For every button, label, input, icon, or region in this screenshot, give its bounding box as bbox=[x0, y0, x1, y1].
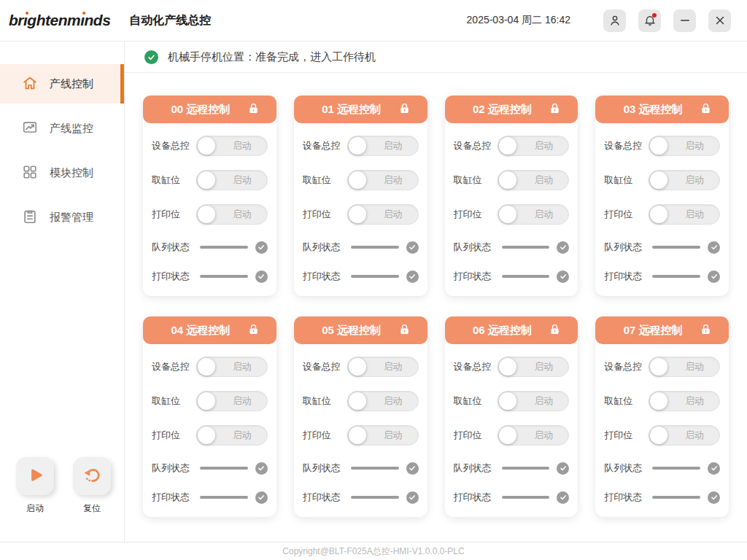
toggle-label: 启动 bbox=[217, 171, 267, 190]
row-label: 打印状态 bbox=[604, 491, 642, 504]
cylinder-pick-toggle[interactable]: 启动 bbox=[196, 391, 268, 411]
cylinder-pick-toggle[interactable]: 启动 bbox=[347, 170, 419, 190]
toggle-label: 启动 bbox=[217, 392, 267, 411]
print-status-row: 打印状态 bbox=[604, 270, 720, 283]
cylinder-pick-row: 取缸位 启动 bbox=[303, 391, 419, 411]
row-label: 设备总控 bbox=[454, 139, 492, 152]
status-line bbox=[502, 246, 550, 249]
cylinder-pick-toggle[interactable]: 启动 bbox=[649, 391, 720, 411]
cards-grid: 00 远程控制 设备总控 启动 取缸位 bbox=[125, 73, 747, 517]
cylinder-pick-toggle[interactable]: 启动 bbox=[498, 391, 569, 411]
cylinder-pick-row: 取缸位 启动 bbox=[303, 170, 419, 190]
cylinder-pick-row: 取缸位 启动 bbox=[604, 170, 720, 190]
device-master-row: 设备总控 启动 bbox=[303, 136, 419, 156]
reset-button[interactable] bbox=[73, 457, 111, 495]
device-master-toggle[interactable]: 启动 bbox=[196, 136, 268, 156]
card-body: 设备总控 启动 取缸位 启动 打印位 启动 bbox=[445, 123, 578, 296]
toggle-knob bbox=[198, 137, 215, 155]
start-button[interactable] bbox=[16, 457, 54, 495]
cylinder-pick-row: 取缸位 启动 bbox=[152, 170, 268, 190]
device-master-toggle[interactable]: 启动 bbox=[649, 136, 720, 156]
print-position-toggle[interactable]: 启动 bbox=[649, 425, 720, 446]
status-message: 机械手停机位置：准备完成，进入工作待机 bbox=[168, 50, 376, 64]
toggle-label: 启动 bbox=[519, 136, 568, 155]
check-badge-icon bbox=[255, 491, 268, 504]
status-line bbox=[502, 467, 550, 470]
check-badge-icon bbox=[406, 462, 419, 475]
status-line bbox=[200, 496, 248, 499]
cylinder-pick-toggle[interactable]: 启动 bbox=[649, 170, 720, 190]
card-title: 07 远程控制 bbox=[607, 324, 699, 338]
row-label: 队列状态 bbox=[303, 241, 341, 254]
device-master-toggle[interactable]: 启动 bbox=[347, 136, 419, 156]
device-master-toggle[interactable]: 启动 bbox=[498, 357, 569, 377]
device-master-row: 设备总控 启动 bbox=[604, 136, 720, 156]
minimize-button[interactable] bbox=[673, 9, 696, 32]
lock-icon bbox=[548, 322, 562, 339]
cylinder-pick-toggle[interactable]: 启动 bbox=[196, 170, 268, 190]
print-position-toggle[interactable]: 启动 bbox=[347, 425, 419, 446]
toggle-knob bbox=[650, 137, 667, 155]
card-header: 00 远程控制 bbox=[143, 96, 276, 123]
check-badge-icon bbox=[255, 241, 268, 254]
toggle-knob bbox=[349, 171, 366, 189]
toggle-label: 启动 bbox=[670, 426, 719, 445]
row-label: 打印状态 bbox=[152, 270, 190, 283]
card-title: 00 远程控制 bbox=[155, 103, 247, 117]
lock-icon bbox=[548, 101, 562, 118]
close-button[interactable] bbox=[708, 9, 731, 32]
status-line bbox=[652, 496, 700, 499]
sidebar-item-line-control[interactable]: 产线控制 bbox=[0, 64, 124, 104]
toggle-knob bbox=[198, 392, 215, 410]
home-icon bbox=[22, 75, 38, 93]
toggle-knob bbox=[650, 427, 667, 444]
notifications-button[interactable] bbox=[638, 9, 661, 32]
check-badge-icon bbox=[557, 241, 569, 254]
toggle-label: 启动 bbox=[217, 426, 267, 445]
notification-dot bbox=[652, 13, 657, 18]
reset-icon bbox=[82, 465, 101, 487]
device-master-toggle[interactable]: 启动 bbox=[498, 136, 569, 156]
toggle-label: 启动 bbox=[217, 357, 267, 376]
remote-control-card: 01 远程控制 设备总控 启动 取缸位 bbox=[294, 96, 427, 296]
print-position-toggle[interactable]: 启动 bbox=[498, 425, 569, 446]
print-position-toggle[interactable]: 启动 bbox=[347, 204, 419, 225]
remote-control-card: 06 远程控制 设备总控 启动 取缸位 bbox=[445, 316, 578, 517]
device-master-toggle[interactable]: 启动 bbox=[196, 357, 268, 377]
sidebar-item-alarm-management[interactable]: 报警管理 bbox=[0, 198, 124, 237]
device-master-toggle[interactable]: 启动 bbox=[347, 357, 419, 377]
toggle-knob bbox=[198, 171, 215, 189]
print-position-toggle[interactable]: 启动 bbox=[196, 425, 268, 446]
print-position-toggle[interactable]: 启动 bbox=[196, 204, 268, 225]
card-body: 设备总控 启动 取缸位 启动 打印位 启动 bbox=[294, 344, 427, 517]
toggle-knob bbox=[349, 427, 366, 444]
cylinder-pick-toggle[interactable]: 启动 bbox=[347, 391, 419, 411]
toggle-label: 启动 bbox=[670, 205, 719, 224]
toggle-knob bbox=[650, 171, 667, 189]
cylinder-pick-row: 取缸位 启动 bbox=[454, 170, 570, 190]
toggle-label: 启动 bbox=[368, 426, 418, 445]
card-body: 设备总控 启动 取缸位 启动 打印位 启动 bbox=[294, 123, 427, 296]
toggle-knob bbox=[650, 206, 667, 223]
status-line bbox=[351, 496, 399, 499]
toggle-knob bbox=[499, 206, 516, 223]
check-badge-icon bbox=[255, 271, 268, 283]
print-position-toggle[interactable]: 启动 bbox=[498, 204, 569, 225]
toggle-knob bbox=[198, 358, 215, 376]
print-position-toggle[interactable]: 启动 bbox=[649, 204, 720, 225]
device-master-row: 设备总控 启动 bbox=[454, 357, 570, 377]
device-master-toggle[interactable]: 启动 bbox=[649, 357, 720, 377]
card-title: 01 远程控制 bbox=[306, 103, 398, 117]
remote-control-card: 05 远程控制 设备总控 启动 取缸位 bbox=[294, 316, 427, 517]
row-label: 取缸位 bbox=[454, 174, 482, 187]
toggle-label: 启动 bbox=[217, 205, 267, 224]
sidebar-item-label: 报警管理 bbox=[50, 211, 93, 225]
row-label: 打印位 bbox=[604, 208, 632, 221]
cylinder-pick-toggle[interactable]: 启动 bbox=[498, 170, 569, 190]
queue-status-row: 队列状态 bbox=[604, 241, 720, 254]
status-line bbox=[200, 246, 248, 249]
card-title: 05 远程控制 bbox=[306, 324, 398, 338]
sidebar-item-line-monitor[interactable]: 产线监控 bbox=[0, 109, 124, 148]
sidebar-item-module-control[interactable]: 模块控制 bbox=[0, 153, 124, 192]
user-button[interactable] bbox=[603, 9, 626, 32]
